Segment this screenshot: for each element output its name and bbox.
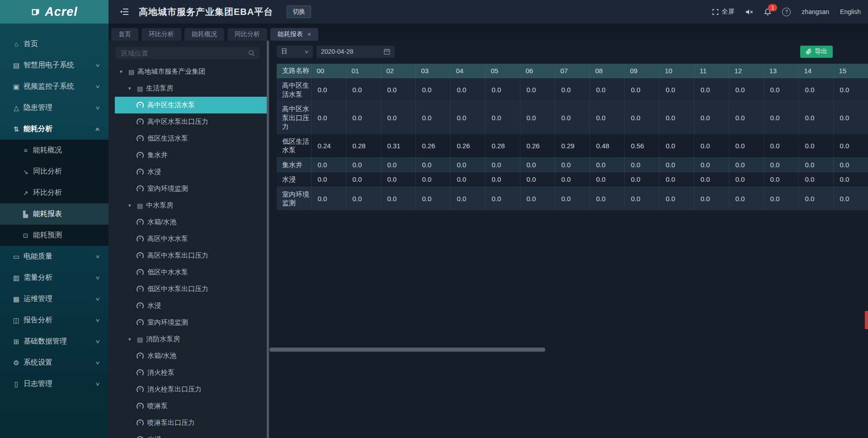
sidebar-item-demand-analysis[interactable]: ▥需量分析∨ [0, 267, 108, 288]
horizontal-scrollbar-thumb[interactable] [269, 348, 545, 352]
gauge-icon [137, 386, 144, 393]
sidebar-subitem-yoy-analysis[interactable]: ↘同比分析 [0, 161, 108, 182]
collapse-menu-icon[interactable] [120, 8, 129, 15]
tab-mom-analysis[interactable]: 环比分析 [142, 28, 181, 41]
tree-group-node[interactable]: ▾▤中水泵房 [108, 197, 267, 214]
tree-device-node[interactable]: 水箱/水池 [108, 348, 267, 364]
sidebar-subitem-energy-overview[interactable]: ≡能耗概况 [0, 140, 108, 161]
mom-analysis-icon: ↗ [22, 189, 29, 197]
tab-energy-overview[interactable]: 能耗概况 [184, 28, 224, 41]
value-cell: 0.0 [624, 78, 659, 102]
tree-caret-icon[interactable]: ▾ [128, 203, 137, 208]
sidebar-item-report-analysis[interactable]: ◫报告分析∨ [0, 310, 108, 331]
tree-device-node[interactable]: 室内环境监测 [108, 180, 267, 197]
sidebar-subitem-energy-report[interactable]: ▙能耗报表 [0, 203, 108, 225]
sidebar-item-base-data[interactable]: ⊞基础数据管理∨ [0, 331, 108, 352]
sidebar-item-hazard[interactable]: △隐患管理∨ [0, 97, 108, 118]
value-cell: 0.0 [520, 187, 555, 210]
tree-device-node[interactable]: 高中区生活水泵 [115, 97, 267, 113]
export-label: 导出 [815, 47, 827, 56]
sidebar-subitem-mom-analysis[interactable]: ↗环比分析 [0, 182, 108, 203]
building-icon: ▤ [137, 202, 143, 209]
value-cell: 0.0 [415, 78, 450, 102]
switch-button[interactable]: 切换 [287, 5, 311, 18]
tree-device-node[interactable]: 低区中水泵出口压力 [108, 281, 267, 297]
power-quality-icon: ▭ [13, 253, 20, 261]
value-cell: 0.0 [346, 187, 381, 210]
tree-caret-icon[interactable]: ▾ [128, 85, 137, 91]
value-cell: 0.0 [624, 187, 659, 210]
sidebar-item-log-management[interactable]: ▯日志管理∨ [0, 373, 108, 395]
help-icon[interactable]: ? [782, 8, 791, 16]
tree-device-node[interactable]: 喷淋泵出口压力 [108, 414, 267, 431]
date-picker-value: 2020-04-28 [321, 48, 354, 55]
tree-device-node[interactable]: 消火栓泵 [108, 364, 267, 381]
table-row: 低区生活水泵0.240.280.310.260.260.280.260.290.… [277, 134, 868, 157]
value-cell: 0.0 [311, 157, 346, 172]
chevron-down-icon: ∨ [95, 339, 100, 344]
sidebar-item-ops-management[interactable]: ▦运维管理∨ [0, 288, 108, 310]
tree-device-node[interactable]: 消火栓泵出口压力 [108, 381, 267, 398]
tree-caret-icon[interactable]: ▾ [128, 336, 137, 342]
tab-close-icon[interactable]: × [307, 31, 311, 38]
tree-group-node[interactable]: ▾▤高地城市服务产业集团 [108, 63, 267, 80]
tree-device-node[interactable]: 水箱/水池 [108, 214, 267, 231]
date-picker[interactable]: 2020-04-28 [316, 46, 395, 58]
value-cell: 0.0 [555, 102, 590, 134]
tree-device-node[interactable]: 喷淋泵 [108, 398, 267, 414]
sidebar-item-power-quality[interactable]: ▭电能质量∨ [0, 246, 108, 267]
sidebar-item-video-monitor[interactable]: ▣视频监控子系统∨ [0, 76, 108, 97]
period-select-value: 日 [281, 47, 288, 56]
tree-device-node[interactable]: 水浸 [108, 297, 267, 314]
mute-icon[interactable] [745, 9, 753, 15]
value-cell: 0.29 [555, 134, 590, 157]
username[interactable]: zhangsan [802, 8, 829, 15]
sidebar-item-smart-power[interactable]: ▤智慧用电子系统∨ [0, 55, 108, 76]
value-cell: 0.0 [311, 187, 346, 210]
tree-device-node[interactable]: 室内环境监测 [108, 314, 267, 331]
tree-device-node[interactable]: 低区中水水泵 [108, 264, 267, 281]
sidebar-item-system-settings[interactable]: ⚙系统设置∨ [0, 352, 108, 373]
report-toolbar: 日 ∨ 2020-04-28 [277, 45, 833, 58]
value-cell: 0.0 [450, 172, 485, 187]
tree-device-node[interactable]: 高区中水水泵 [108, 231, 267, 247]
column-header-name: 支路名称 [277, 64, 311, 78]
export-button[interactable]: 导出 [800, 46, 833, 58]
tree-node-label: 室内环境监测 [147, 318, 188, 327]
period-select[interactable]: 日 ∨ [277, 46, 313, 58]
sidebar-item-label: 基础数据管理 [24, 337, 96, 346]
tree-device-node[interactable]: 低区生活水泵 [108, 130, 267, 147]
chevron-down-icon: ∨ [95, 275, 100, 281]
tab-home[interactable]: 首页 [111, 28, 138, 41]
tree-search-input[interactable] [120, 49, 248, 57]
page-title: 高地城市服务产业集团EBA平台 [139, 6, 273, 18]
value-cell: 0.0 [450, 187, 485, 210]
paperclip-icon [806, 48, 812, 55]
column-header-hour-07: 07 [555, 64, 590, 78]
tree-device-node[interactable]: 高区中水泵出口压力 [108, 247, 267, 264]
tree-device-node[interactable]: 水浸 [108, 431, 267, 438]
tree-group-node[interactable]: ▾▤消防水泵房 [108, 331, 267, 348]
tree-caret-icon[interactable]: ▾ [120, 69, 128, 75]
sidebar-item-home[interactable]: ⌂首页 [0, 33, 108, 55]
tree-device-node[interactable]: 水浸 [108, 164, 267, 180]
vertical-scrollbar-thumb[interactable] [865, 311, 868, 329]
tab-yoy-analysis[interactable]: 同比分析 [227, 28, 267, 41]
topbar: 高地城市服务产业集团EBA平台 切换 全屏 [108, 0, 868, 24]
sidebar-item-energy-analysis[interactable]: ⇅能耗分析∧ [0, 118, 108, 140]
language-switch[interactable]: English [840, 8, 861, 15]
tree-group-node[interactable]: ▾▤生活泵房 [108, 80, 267, 97]
row-name-cell: 集水井 [277, 157, 311, 172]
tree-device-node[interactable]: 高中区水泵出口压力 [108, 113, 267, 130]
search-icon[interactable] [248, 50, 255, 57]
value-cell: 0.0 [833, 172, 868, 187]
tree-device-node[interactable]: 集水井 [108, 147, 267, 164]
tab-energy-report[interactable]: 能耗报表× [270, 28, 318, 41]
area-tree: ▾▤高地城市服务产业集团▾▤生活泵房高中区生活水泵高中区水泵出口压力低区生活水泵… [108, 63, 267, 438]
column-header-hour-08: 08 [590, 64, 624, 78]
fullscreen-button[interactable]: 全屏 [712, 8, 734, 16]
gauge-icon [137, 235, 144, 243]
sidebar-subitem-energy-forecast[interactable]: ⊡能耗预测 [0, 225, 108, 246]
value-cell: 0.0 [590, 172, 624, 187]
notification-bell[interactable]: 1 [764, 8, 771, 16]
